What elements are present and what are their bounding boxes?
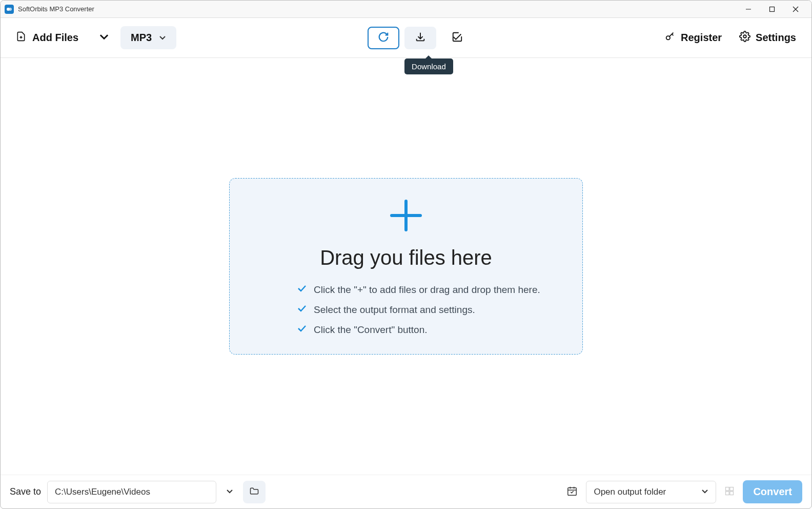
svg-rect-22 xyxy=(730,491,734,495)
add-file-icon xyxy=(16,31,26,44)
download-icon xyxy=(415,31,426,45)
svg-line-11 xyxy=(672,34,674,35)
svg-rect-19 xyxy=(726,487,729,491)
list-item: Click the "Convert" button. xyxy=(297,324,540,336)
add-files-label: Add Files xyxy=(32,32,78,44)
download-tooltip: Download xyxy=(404,58,453,74)
main-area: Drag you files here Click the "+" to add… xyxy=(1,58,811,475)
refresh-button[interactable] xyxy=(368,27,399,49)
folder-icon xyxy=(249,486,259,498)
settings-button[interactable]: Settings xyxy=(739,31,796,45)
list-item: Click the "+" to add files or drag and d… xyxy=(297,284,540,296)
instruction-text: Click the "Convert" button. xyxy=(314,324,428,336)
check-icon xyxy=(297,324,307,336)
calendar-icon xyxy=(566,485,578,499)
browse-folder-button[interactable] xyxy=(243,481,266,503)
svg-rect-15 xyxy=(568,487,577,495)
instruction-text: Click the "+" to add files or drag and d… xyxy=(314,284,540,296)
plus-icon xyxy=(388,197,424,236)
open-output-select[interactable]: Open output folder xyxy=(586,481,716,503)
open-output-label: Open output folder xyxy=(594,487,666,497)
gear-icon xyxy=(739,31,750,45)
minimize-button[interactable] xyxy=(737,2,760,17)
schedule-button[interactable] xyxy=(564,485,580,499)
footer: Save to C:\Users\Eugene\Videos Open outp… xyxy=(1,475,811,508)
svg-rect-21 xyxy=(726,491,729,495)
chevron-down-icon xyxy=(159,32,166,44)
download-button[interactable] xyxy=(404,27,436,49)
key-icon xyxy=(664,31,676,45)
chevron-down-icon xyxy=(701,487,708,497)
list-item: Select the output format and settings. xyxy=(297,304,540,316)
register-label: Register xyxy=(681,32,722,44)
refresh-icon xyxy=(378,31,389,45)
app-title: SoftOrbits MP3 Converter xyxy=(18,5,737,13)
save-to-label: Save to xyxy=(10,486,41,497)
titlebar: SoftOrbits MP3 Converter xyxy=(1,1,811,18)
dropzone-instructions: Click the "+" to add files or drag and d… xyxy=(297,284,540,336)
select-all-button[interactable] xyxy=(441,27,473,49)
maximize-button[interactable] xyxy=(760,2,784,17)
save-path-input[interactable]: C:\Users\Eugene\Videos xyxy=(47,481,216,503)
svg-rect-20 xyxy=(730,487,734,491)
svg-rect-3 xyxy=(770,7,775,11)
add-files-button[interactable]: Add Files xyxy=(16,31,109,44)
grid-icon xyxy=(724,486,735,498)
register-button[interactable]: Register xyxy=(664,31,722,45)
close-button[interactable] xyxy=(784,2,807,17)
chevron-down-icon xyxy=(99,31,109,44)
chevron-down-icon xyxy=(226,487,233,497)
svg-point-12 xyxy=(743,35,746,38)
check-icon xyxy=(297,284,307,296)
save-path-dropdown[interactable] xyxy=(222,481,237,503)
dropzone-title: Drag you files here xyxy=(320,246,492,269)
window-controls xyxy=(737,2,807,17)
grid-view-toggle[interactable] xyxy=(722,486,737,498)
checkbox-icon xyxy=(452,31,463,45)
file-dropzone[interactable]: Drag you files here Click the "+" to add… xyxy=(229,178,583,355)
svg-point-1 xyxy=(9,8,12,11)
check-icon xyxy=(297,304,307,316)
settings-label: Settings xyxy=(756,32,796,44)
format-label: MP3 xyxy=(131,32,152,44)
app-icon xyxy=(5,5,14,14)
toolbar: Add Files MP3 Download xyxy=(1,18,811,58)
convert-button[interactable]: Convert xyxy=(743,480,802,503)
save-path-value: C:\Users\Eugene\Videos xyxy=(55,487,150,497)
instruction-text: Select the output format and settings. xyxy=(314,304,475,316)
format-select-button[interactable]: MP3 xyxy=(120,26,176,49)
